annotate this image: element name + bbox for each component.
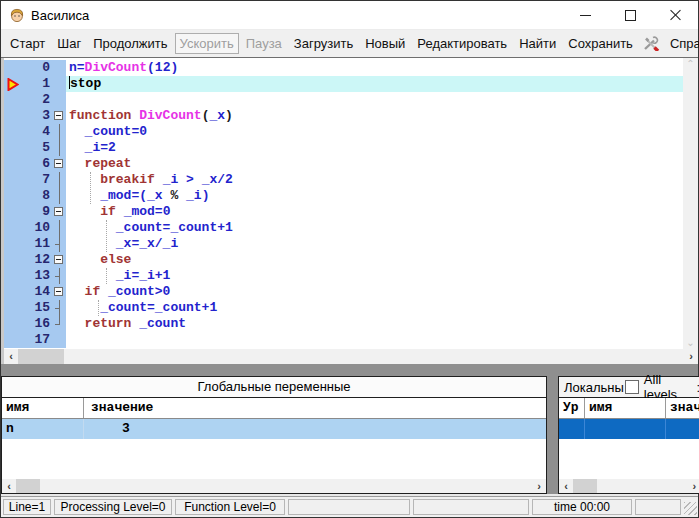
menu-item-load[interactable]: Загрузить [289, 33, 358, 54]
menu-item-step[interactable]: Шаг [52, 33, 86, 54]
code-text[interactable]: breakif _i > _x/2 [66, 172, 683, 188]
indent-guide [90, 172, 91, 204]
minimize-button[interactable] [563, 1, 608, 29]
menu-item-continue[interactable]: Продолжить [88, 33, 172, 54]
fold-guide [53, 188, 66, 204]
fold-collapse-icon[interactable] [53, 204, 66, 220]
variable-value: 3 [84, 419, 546, 439]
scroll-right-icon[interactable]: › [532, 479, 546, 494]
line-number: 14 [4, 284, 53, 300]
column-header-value[interactable]: значение [84, 398, 546, 418]
code-text[interactable]: _i=_i+1 [66, 268, 683, 284]
code-token: return [85, 316, 140, 331]
code-text[interactable]: _count=_count+1 [66, 300, 683, 316]
maximize-icon [625, 10, 636, 21]
column-header-value[interactable]: знач [666, 398, 699, 418]
code-token: DivCount [139, 108, 201, 123]
scroll-right-icon[interactable]: › [684, 349, 698, 364]
close-button[interactable] [653, 1, 698, 29]
column-header-level[interactable]: Ур [559, 398, 585, 418]
code-line: 17 [4, 332, 683, 348]
column-header-name[interactable]: имя [585, 398, 666, 418]
locals-column-headers: Ур имя знач [559, 398, 699, 419]
fold-guide [53, 268, 66, 284]
code-text[interactable]: return _count [66, 316, 683, 332]
code-token [69, 316, 85, 331]
code-token: _i=_i+1 [69, 268, 170, 283]
menu-item-find[interactable]: Найти [514, 33, 561, 54]
code-text[interactable] [66, 332, 683, 348]
code-text[interactable]: n=DivCount(12) [66, 60, 683, 76]
menu-item-new[interactable]: Новый [360, 33, 410, 54]
menu-item-start[interactable]: Старт [5, 33, 50, 54]
locals-selected-row[interactable] [559, 419, 699, 439]
line-number: 3 [4, 108, 53, 124]
scrollbar-thumb[interactable] [16, 479, 40, 493]
line-number: 12 [4, 252, 53, 268]
fold-guide [53, 76, 66, 92]
menu-tools-icon[interactable] [640, 35, 663, 52]
code-lines-area[interactable]: 0n=DivCount(12)1stop23function DivCount(… [4, 58, 683, 349]
code-token: _x=_x/_i [69, 236, 178, 251]
line-number: 5 [4, 140, 53, 156]
scroll-left-icon[interactable]: ‹ [559, 479, 573, 494]
resize-grip-icon[interactable] [684, 502, 697, 515]
code-token: _count=0 [69, 124, 147, 139]
minimize-icon [580, 15, 591, 16]
scroll-left-icon[interactable]: ‹ [2, 479, 16, 494]
scroll-up-icon: ⌃ [686, 58, 694, 70]
code-line: 16 return _count [4, 316, 683, 332]
global-variable-row[interactable]: n3 [2, 419, 546, 439]
local-variables-panel: Локальны Alll levels : Ур имя знач ‹ › [558, 376, 699, 494]
line-number: 4 [4, 124, 53, 140]
code-token: DivCount [85, 60, 147, 75]
code-text[interactable]: repeat [66, 156, 683, 172]
maximize-button[interactable] [608, 1, 653, 29]
fold-guide [53, 220, 66, 236]
horizontal-splitter[interactable] [1, 364, 698, 376]
scroll-right-icon[interactable]: › [687, 479, 699, 494]
scrollbar-thumb[interactable] [573, 479, 597, 493]
code-text[interactable]: _mod=(_x % _i) [66, 188, 683, 204]
code-line: 8 _mod=(_x % _i) [4, 188, 683, 204]
fold-collapse-icon[interactable] [53, 252, 66, 268]
status-line: Line=1 [3, 499, 51, 515]
fold-collapse-icon[interactable] [53, 108, 66, 124]
code-line: 3function DivCount(_x) [4, 108, 683, 124]
status-cell-empty [635, 499, 681, 515]
code-text[interactable]: _count=0 [66, 124, 683, 140]
code-text[interactable]: _x=_x/_i [66, 236, 683, 252]
code-line: 6 repeat [4, 156, 683, 172]
scrollbar-thumb[interactable] [18, 349, 64, 364]
code-token: _count [139, 316, 186, 331]
menu-item-save[interactable]: Сохранить [563, 33, 638, 54]
code-text[interactable]: if _mod=0 [66, 204, 683, 220]
vertical-splitter[interactable] [547, 376, 558, 494]
code-text[interactable] [66, 92, 683, 108]
indent-guide [106, 220, 107, 252]
fold-guide [53, 60, 66, 76]
code-text[interactable]: stop [66, 76, 683, 92]
code-text[interactable]: if _count>0 [66, 284, 683, 300]
all-levels-checkbox[interactable] [625, 380, 639, 394]
menu-item-edit[interactable]: Редактировать [412, 33, 512, 54]
fold-collapse-icon[interactable] [53, 156, 66, 172]
code-token: if [85, 284, 108, 299]
locals-horizontal-scrollbar[interactable]: ‹ › [559, 479, 699, 493]
code-token: stop [70, 76, 101, 91]
editor-horizontal-scrollbar[interactable]: ‹ › [4, 349, 698, 364]
code-token: _count=_count+1 [69, 300, 217, 315]
code-line: 5 _i=2 [4, 140, 683, 156]
scroll-left-icon[interactable]: ‹ [4, 349, 18, 364]
column-header-name[interactable]: имя [2, 398, 84, 418]
code-text[interactable]: else [66, 252, 683, 268]
globals-horizontal-scrollbar[interactable]: ‹ › [2, 479, 546, 493]
line-number: 8 [4, 188, 53, 204]
menu-item-help[interactable]: Справка [665, 33, 699, 54]
execution-pointer-icon [7, 77, 19, 90]
fold-collapse-icon[interactable] [53, 284, 66, 300]
line-number: 2 [4, 92, 53, 108]
code-text[interactable]: _i=2 [66, 140, 683, 156]
code-text[interactable]: function DivCount(_x) [66, 108, 683, 124]
code-text[interactable]: _count=_count+1 [66, 220, 683, 236]
